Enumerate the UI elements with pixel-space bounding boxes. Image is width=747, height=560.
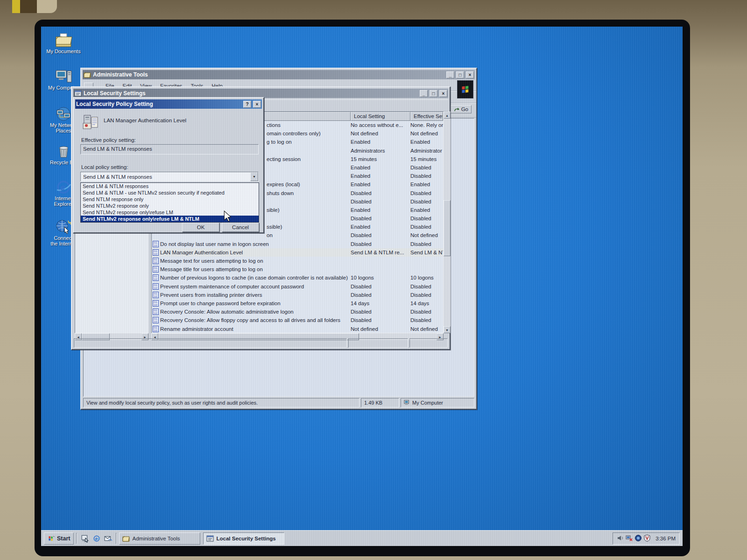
quick-launch-show-desktop-icon[interactable] [79,533,90,544]
svg-text:110: 110 [154,252,157,255]
effective-policy-value: Send LM & NTLM responses [80,144,259,154]
tray-volume-icon[interactable] [617,534,624,543]
local-setting-cell: Enabled [351,180,410,189]
lss-status-bar [74,338,448,348]
connect-internet-icon [55,219,72,234]
task-buttons: Administrative ToolsLocal Security Setti… [119,532,284,545]
quick-launch: e [79,533,113,544]
policy-row[interactable]: 011110Rename administrator accountNot de… [152,325,443,333]
column-local-setting[interactable]: Local Setting [351,112,410,121]
lss-title-bar[interactable]: Local Security Settings _ □ × [73,89,448,98]
policy-row[interactable]: 011110Prevent system maintenance of comp… [152,282,443,291]
policy-row[interactable]: 011110Recovery Console: Allow floppy cop… [152,316,443,324]
policy-icon: 011110 [153,258,159,264]
admin-window-title: Administrative Tools [93,71,444,78]
policy-row[interactable]: 011110Number of previous logons to cache… [152,273,443,282]
quick-launch-internet-explorer-icon[interactable]: e [91,533,102,544]
local-policy-label: Local policy setting: [81,164,128,170]
admin-close-button[interactable]: × [466,71,474,78]
effective-setting-cell: Disabled [410,197,443,206]
dropdown-option[interactable]: Send NTLM response only [81,196,259,203]
effective-setting-cell [410,257,443,265]
svg-text:e: e [95,536,98,541]
policy-icon: 011110 [153,241,159,247]
svg-text:110: 110 [154,244,157,247]
local-setting-cell: Disabled [351,308,410,316]
tray-antivirus-shield-icon[interactable] [643,534,651,543]
policy-row[interactable]: 011110Recovery Console: Allow automatic … [152,308,443,316]
quick-launch-outlook-express-icon[interactable] [103,533,113,544]
combobox-dropdown-button[interactable]: ▼ [250,172,258,181]
lss-console-icon [206,535,214,542]
policy-row[interactable]: 011110Prompt user to change password bef… [152,299,443,308]
policy-row[interactable]: 011110Message text for users attempting … [152,257,443,265]
policy-name-cell: 011110LAN Manager Authentication Level [152,248,351,257]
effective-setting-cell: Not defined [410,231,443,239]
taskbar-button-administrative-tools[interactable]: Administrative Tools [119,532,200,545]
dropdown-option[interactable]: Send LM & NTLM responses [81,183,259,189]
taskbar-button-local-security-settings[interactable]: Local Security Settings [203,532,284,545]
dialog-title-bar[interactable]: Local Security Policy Setting ? × [75,99,262,109]
policy-icon: 011110 [153,326,159,332]
policy-row[interactable]: 011110Do not display last user name in l… [152,240,443,248]
cancel-button[interactable]: Cancel [222,223,259,232]
lss-maximize-button[interactable]: □ [430,90,437,97]
tray-network-disconnected-icon[interactable] [626,534,633,543]
lss-status-cell-1 [74,338,347,348]
dialog-local-security-policy-setting[interactable]: Local Security Policy Setting ? × LAN Ma… [73,97,264,233]
clock: 3:36 PM [655,536,676,541]
svg-text:110: 110 [154,312,157,315]
admin-maximize-button[interactable]: □ [456,71,464,78]
admin-status-bar: View and modify local security policy, s… [83,398,474,407]
internet-explorer-icon: e [55,180,72,195]
admin-status-size: 1.49 KB [361,398,399,407]
policy-name-cell: 011110Prevent system maintenance of comp… [152,282,351,291]
admin-tools-window-icon [84,71,91,78]
lss-console-icon [74,90,82,97]
admin-minimize-button[interactable]: _ [446,71,454,78]
mouse-cursor [222,210,234,223]
policy-row[interactable]: 011110LAN Manager Authentication LevelSe… [152,248,443,257]
desktop-icon-my-documents[interactable]: My Documents [42,33,85,54]
local-setting-cell [351,257,410,265]
my-network-places-icon [55,106,72,121]
desktop-icon-label: My Documents [42,49,85,54]
policy-icon: 011110 [153,308,159,315]
local-setting-cell: 14 days [351,299,410,308]
policy-name-cell: 011110Number of previous logons to cache… [152,273,351,282]
policy-row[interactable]: 011110Message title for users attempting… [152,265,443,273]
effective-policy-label: Effective policy setting: [81,137,136,143]
effective-setting-cell: Enabled [410,180,443,189]
effective-setting-cell: Administrator [410,147,443,155]
local-setting-cell: Disabled [351,240,410,248]
lss-minimize-button[interactable]: _ [420,90,428,97]
policy-list-vscrollbar[interactable]: ▲▼ [444,112,451,333]
desktop[interactable]: My DocumentsMy ComputerMy Network Places… [41,27,683,546]
effective-setting-cell: None. Rely or [410,121,443,129]
go-button[interactable]: Go [451,105,472,113]
tray-network-orb-icon[interactable] [634,534,642,543]
policy-name-cell: 011110Recovery Console: Allow floppy cop… [152,316,351,324]
dialog-close-button[interactable]: × [253,101,261,108]
effective-setting-cell: Disabled [410,240,443,248]
column-effective-setting[interactable]: Effective Sett [410,112,443,121]
background-object [12,0,57,13]
effective-setting-cell: 14 days [410,299,443,308]
ok-button[interactable]: OK [182,223,219,232]
effective-setting-cell: Disabled [410,172,443,180]
policy-row[interactable]: 011110Prevent users from installing prin… [152,291,443,299]
policy-icon: 011110 [153,266,159,273]
throbber-windows-logo [457,80,473,98]
local-setting-cell: Enabled [351,163,410,172]
effective-setting-cell: Enabled [410,206,443,214]
dropdown-option[interactable]: Send LM & NTLM - use NTLMv2 session secu… [81,189,259,196]
local-setting-cell: No access without e... [351,121,410,129]
dropdown-option[interactable]: Send NTLMv2 response only [81,203,259,209]
lss-close-button[interactable]: × [439,90,447,97]
lss-status-cell-3 [409,338,448,348]
dialog-help-button[interactable]: ? [243,101,251,108]
start-button[interactable]: Start [44,532,74,545]
local-setting-cell: Send LM & NTLM re... [351,248,410,257]
local-policy-combobox[interactable]: Send LM & NTLM responses ▼ [80,172,259,182]
admin-title-bar[interactable]: Administrative Tools _ □ × [83,70,475,79]
